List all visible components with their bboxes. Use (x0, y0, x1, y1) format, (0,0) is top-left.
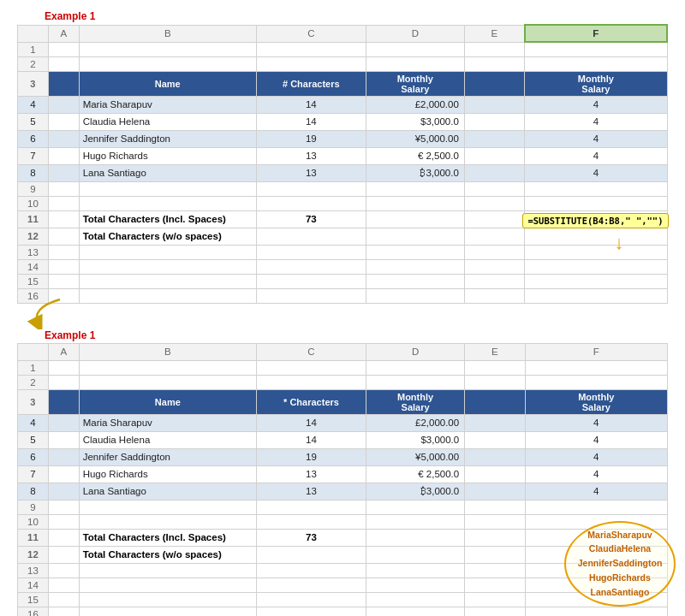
chars-6: 19 (256, 130, 366, 147)
rownum-5: 5 (18, 113, 49, 130)
b-chars-4: 14 (257, 414, 366, 431)
b-chars-6: 19 (257, 448, 366, 465)
col-f-header: F (525, 25, 667, 42)
col-f-header-b: F (525, 343, 667, 360)
col-d-header-b: D (366, 343, 464, 360)
b-salary-5: $3,000.0 (366, 431, 464, 448)
b-fval-5: 4 (525, 431, 667, 448)
chars-7: 13 (256, 147, 366, 164)
salary-6: ¥5,000.00 (366, 130, 464, 147)
total-incl-val: 73 (256, 210, 366, 228)
col-c-header-b: C (257, 343, 366, 360)
b-total-excl-label: Total Characters (w/o spaces) (79, 546, 256, 563)
name-5: Claudia Helena (79, 113, 256, 130)
curved-arrow-svg (17, 295, 86, 329)
col-c-header: C (256, 25, 366, 42)
rownum-3: 3 (18, 71, 49, 96)
col-b-header-b: B (79, 343, 256, 360)
b-salary-8: ₿3,000.0 (366, 483, 464, 500)
b-name-7: Hugo Richards (79, 465, 256, 483)
b-name-6: Jennifer Saddington (79, 448, 256, 465)
rownum-1: 1 (18, 42, 49, 56)
header-monthly-d-b: MonthlySalary (366, 389, 464, 414)
rownum-2: 2 (18, 56, 49, 71)
header-monthly-d: MonthlySalary (366, 71, 464, 96)
b-name-5: Claudia Helena (79, 431, 256, 448)
rownum-7: 7 (18, 147, 49, 164)
col-e-header-b: E (465, 343, 525, 360)
fval-5: 4 (525, 113, 667, 130)
header-name: Name (79, 71, 256, 96)
b-chars-5: 14 (257, 431, 366, 448)
b-fval-7: 4 (525, 465, 667, 483)
fval-6: 4 (525, 130, 667, 147)
chars-4: 14 (256, 96, 366, 113)
fval-8: 4 (525, 164, 667, 181)
corner-cell (18, 25, 49, 42)
name-4: Maria Sharapuv (79, 96, 256, 113)
name-6: Jennifer Saddington (79, 130, 256, 147)
salary-8: ₿3,000.0 (366, 164, 464, 181)
result-name-3: JenniferSaddington (578, 556, 663, 571)
b-salary-7: € 2,500.0 (366, 465, 464, 483)
b-fval-4: 4 (525, 414, 667, 431)
b-fval-8: 4 (525, 483, 667, 500)
name-7: Hugo Richards (79, 147, 256, 164)
example1-label-top: Example 1 (45, 10, 95, 22)
b-chars-8: 13 (257, 483, 366, 500)
rownum-8: 8 (18, 164, 49, 181)
b-name-8: Lana Santiago (79, 483, 256, 500)
spreadsheet-bottom: A B C D E F 1 2 3 (17, 343, 668, 617)
b-total-incl-label: Total Characters (Incl. Spaces) (79, 529, 256, 546)
result-circle: MariaSharapuv ClaudiaHelena JenniferSadd… (564, 521, 676, 607)
salary-7: € 2,500.0 (366, 147, 464, 164)
result-name-1: MariaSharapuv (587, 528, 652, 542)
down-arrow-icon: ↓ (615, 232, 624, 254)
header-name-b: Name (79, 389, 256, 414)
header-monthly-f: MonthlySalary (525, 71, 667, 96)
total-excl-label: Total Characters (w/o spaces) (79, 228, 256, 245)
name-8: Lana Santiago (79, 164, 256, 181)
fval-4: 4 (525, 96, 667, 113)
b-chars-7: 13 (257, 465, 366, 483)
col-a-header-b: A (48, 343, 79, 360)
rownum-6: 6 (18, 130, 49, 147)
formula-bubble-top: =SUBSTITUTE(B4:B8," ","") (522, 213, 668, 228)
header-chars: # Characters (256, 71, 366, 96)
rownum-12: 12 (18, 228, 49, 245)
b-fval-6: 4 (525, 448, 667, 465)
salary-5: $3,000.0 (366, 113, 464, 130)
rownum-11: 11 (18, 210, 49, 228)
rownum-4: 4 (18, 96, 49, 113)
b-salary-6: ¥5,000.00 (366, 448, 464, 465)
header-chars-b: * Characters (257, 389, 366, 414)
corner-cell-b (18, 343, 49, 360)
b-total-incl-val: 73 (257, 529, 366, 546)
salary-4: £2,000.00 (366, 96, 464, 113)
chars-8: 13 (256, 164, 366, 181)
fval-7: 4 (525, 147, 667, 164)
spreadsheet-top: A B C D E F 1 2 (17, 24, 668, 304)
col-d-header: D (366, 25, 464, 42)
result-name-5: LanaSantiago (591, 585, 650, 600)
total-incl-label: Total Characters (Incl. Spaces) (79, 210, 256, 228)
rownum-9: 9 (18, 181, 49, 196)
rownum-10: 10 (18, 196, 49, 210)
b-name-4: Maria Sharapuv (79, 414, 256, 431)
col-a-header: A (48, 25, 79, 42)
result-name-4: HugoRichards (589, 571, 651, 585)
header-monthly-f-b: MonthlySalary (525, 389, 667, 414)
chars-5: 14 (256, 113, 366, 130)
col-b-header: B (79, 25, 256, 42)
col-e-header: E (464, 25, 524, 42)
b-salary-4: £2,000.00 (366, 414, 464, 431)
result-name-2: ClaudiaHelena (589, 542, 651, 556)
example1-label-bottom: Example 1 (45, 329, 95, 341)
